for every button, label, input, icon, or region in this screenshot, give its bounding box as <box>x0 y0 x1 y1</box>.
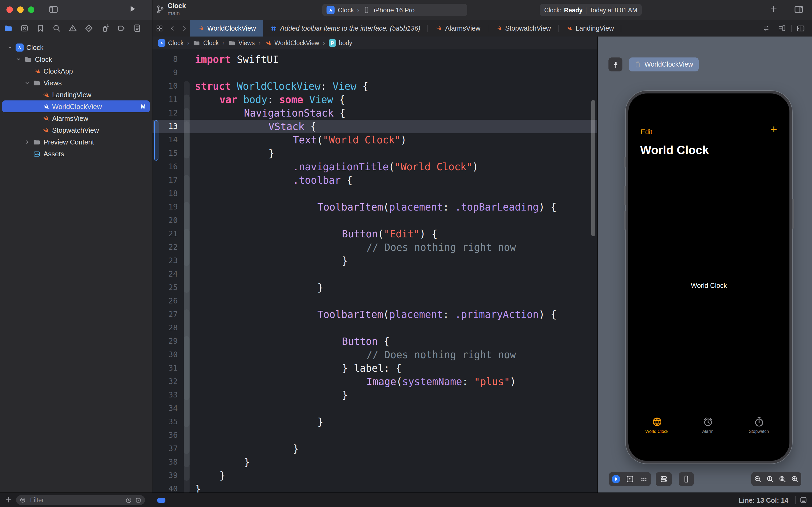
filter-input[interactable] <box>29 496 122 504</box>
window-zoom-button[interactable] <box>28 6 35 13</box>
line-number[interactable]: 39 <box>153 469 178 482</box>
zoom-in-icon[interactable] <box>789 472 801 486</box>
line-number[interactable]: 28 <box>153 321 178 335</box>
line-number[interactable]: 38 <box>153 455 178 469</box>
chevron-down-icon[interactable] <box>15 56 22 63</box>
add-clock-button[interactable]: + <box>770 123 777 136</box>
window-minimize-button[interactable] <box>17 6 23 13</box>
add-editor-icon[interactable] <box>794 24 808 33</box>
run-button[interactable] <box>128 4 137 13</box>
line-number[interactable]: 22 <box>153 241 178 254</box>
editor-scrollbar-thumb[interactable] <box>591 100 595 236</box>
code-line-37[interactable]: 37} <box>153 442 597 455</box>
source-change-bar[interactable] <box>154 120 159 161</box>
zoom-out-icon[interactable] <box>752 472 764 486</box>
line-number[interactable]: 32 <box>153 375 178 388</box>
tab-added[interactable]: Added toolbar items to the interface. (5… <box>263 20 427 37</box>
code-line-36[interactable]: 36 <box>153 429 597 442</box>
pointer-icon[interactable] <box>623 472 637 486</box>
display-icon[interactable] <box>799 496 808 504</box>
line-number[interactable]: 9 <box>153 66 178 79</box>
scheme-destination[interactable]: iPhone 16 Pro <box>374 6 415 14</box>
code-line-35[interactable]: 35} <box>153 415 597 429</box>
recent-files-clock-icon[interactable] <box>125 497 132 504</box>
filter-field[interactable] <box>16 495 145 505</box>
code-line-33[interactable]: 33} <box>153 388 597 402</box>
line-number[interactable]: 25 <box>153 281 178 294</box>
sidebar-item-clock[interactable]: Clock <box>0 41 152 53</box>
scheme-project[interactable]: Clock <box>338 6 354 14</box>
breadcrumb-item-worldclockview[interactable]: WorldClockView <box>264 39 319 47</box>
code-line-10[interactable]: 10struct WorldClockView: View { <box>153 79 597 93</box>
code-line-11[interactable]: 11var body: some View { <box>153 93 597 106</box>
code-line-21[interactable]: 21Button("Edit") { <box>153 227 597 241</box>
dots-grid-icon[interactable] <box>637 472 651 486</box>
sidebar-item-worldclockview[interactable]: WorldClockViewM <box>0 101 152 112</box>
code-line-16[interactable]: 16.navigationTitle("World Clock") <box>153 160 597 173</box>
editor-mode-indicator[interactable] <box>157 498 165 503</box>
tab-alarmsview[interactable]: AlarmsView <box>428 20 487 37</box>
line-number[interactable]: 10 <box>153 79 178 93</box>
tab-landingview[interactable]: LandingView <box>559 20 621 37</box>
pin-preview-button[interactable] <box>608 57 623 71</box>
report-navigator-icon[interactable] <box>129 21 145 35</box>
code-line-15[interactable]: 15} <box>153 147 597 160</box>
code-line-19[interactable]: 19ToolbarItem(placement: .topBarLeading)… <box>153 200 597 214</box>
tab-worldclockview[interactable]: WorldClockView <box>190 20 263 37</box>
scheme-selector[interactable]: Clock › iPhone 16 Pro <box>322 4 467 16</box>
code-line-34[interactable]: 34 <box>153 402 597 415</box>
line-number[interactable]: 40 <box>153 482 178 493</box>
line-number[interactable]: 37 <box>153 442 178 455</box>
preview-target-chip[interactable]: WorldClockView <box>629 57 698 71</box>
code-line-18[interactable]: 18 <box>153 187 597 200</box>
find-navigator-icon[interactable] <box>48 21 64 35</box>
code-line-38[interactable]: 38} <box>153 455 597 469</box>
edit-button[interactable]: Edit <box>641 128 652 136</box>
code-line-23[interactable]: 23} <box>153 254 597 268</box>
line-number[interactable]: 20 <box>153 214 178 227</box>
line-number[interactable]: 18 <box>153 187 178 200</box>
code-line-31[interactable]: 31} label: { <box>153 361 597 375</box>
sidebar-item-clockapp[interactable]: ClockApp <box>0 65 152 77</box>
line-number[interactable]: 19 <box>153 200 178 214</box>
breadcrumb-item-views[interactable]: Views <box>228 39 255 47</box>
phone-tab-alarm[interactable]: Alarm <box>685 416 731 434</box>
sidebar-item-alarmsview[interactable]: AlarmsView <box>0 112 152 124</box>
related-items-icon[interactable] <box>775 24 789 32</box>
line-number[interactable]: 16 <box>153 160 178 173</box>
line-number[interactable]: 33 <box>153 388 178 402</box>
tab-stopwatchview[interactable]: StopwatchView <box>488 20 558 37</box>
sidebar-item-clock[interactable]: Clock <box>0 53 152 65</box>
zoom-one-icon[interactable] <box>764 472 776 486</box>
code-line-8[interactable]: 8import SwiftUI <box>153 53 597 66</box>
sidebar-item-stopwatchview[interactable]: StopwatchView <box>0 124 152 136</box>
sidebar-item-landingview[interactable]: LandingView <box>0 89 152 101</box>
phone-tab-stopwatch[interactable]: Stopwatch <box>736 416 781 434</box>
fold-ribbon-segment[interactable] <box>184 121 189 158</box>
line-number[interactable]: 29 <box>153 335 178 348</box>
code-line-17[interactable]: 17.toolbar { <box>153 173 597 187</box>
line-number[interactable]: 35 <box>153 415 178 429</box>
breakpoint-navigator-icon[interactable] <box>113 21 129 35</box>
chevron-down-icon[interactable] <box>6 44 13 51</box>
line-number[interactable]: 27 <box>153 308 178 321</box>
library-plus-icon[interactable] <box>769 4 778 13</box>
phone-tab-world-clock[interactable]: World Clock <box>634 416 679 434</box>
chevron-right-icon[interactable] <box>23 138 31 145</box>
code-line-39[interactable]: 39} <box>153 469 597 482</box>
breadcrumb-item-clock[interactable]: Clock <box>193 39 219 47</box>
play-circle-icon[interactable] <box>609 472 623 486</box>
add-file-plus-icon[interactable] <box>4 496 12 504</box>
line-number[interactable]: 34 <box>153 402 178 415</box>
debug-navigator-icon[interactable] <box>97 21 113 35</box>
code-line-12[interactable]: 12NavigationStack { <box>153 106 597 120</box>
line-number[interactable]: 12 <box>153 106 178 120</box>
fold-ribbon-segment[interactable] <box>184 229 189 266</box>
code-line-30[interactable]: 30// Does nothing right now <box>153 348 597 361</box>
project-navigator-icon[interactable] <box>0 21 16 35</box>
swap-editors-icon[interactable] <box>759 24 773 32</box>
line-number[interactable]: 21 <box>153 227 178 241</box>
line-number[interactable]: 24 <box>153 268 178 281</box>
fold-ribbon-segment[interactable] <box>184 336 189 400</box>
code-line-32[interactable]: 32Image(systemName: "plus") <box>153 375 597 388</box>
